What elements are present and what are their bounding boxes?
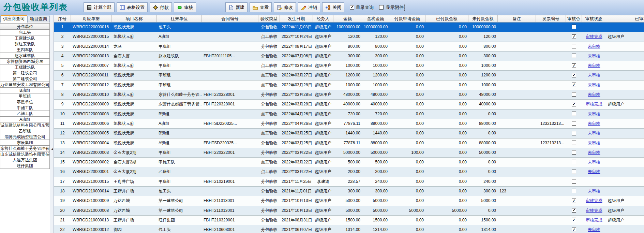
sidebar-supplier-item[interactable]: A班组 <box>0 116 50 122</box>
audit-status-link[interactable]: 审核完成 <box>586 208 602 213</box>
sidebar-supplier-item[interactable]: 第一建筑公司 <box>0 70 50 76</box>
audit-status-link[interactable]: 未审核 <box>588 227 600 232</box>
column-header-approved[interactable]: 审核否 <box>566 15 582 22</box>
approved-checkbox[interactable] <box>572 141 576 145</box>
column-header-tax_amount[interactable]: 含税金额 <box>362 15 389 22</box>
approved-checkbox[interactable] <box>572 54 576 58</box>
sidebar-supplier-item[interactable]: 包工头 <box>0 29 50 35</box>
approved-checkbox[interactable]: ✓ <box>572 63 576 68</box>
sidebar-supplier-item[interactable]: 旺仔集团 <box>0 163 50 169</box>
column-header-doc[interactable]: 对应单据 <box>71 15 112 22</box>
audit-status-link[interactable]: 未审核 <box>588 150 600 155</box>
approved-checkbox[interactable] <box>572 189 576 193</box>
table-row[interactable]: 21WBRGD210000013王府井广场旺仔集团FBHT210329001分包… <box>54 216 644 225</box>
view-button[interactable]: 查看 <box>250 2 272 12</box>
column-header-date[interactable]: 发生日期 <box>280 15 313 22</box>
approved-checkbox[interactable] <box>572 92 576 97</box>
writeoff-button[interactable]: 冲销 <box>298 2 320 12</box>
sidebar-supplier-item[interactable]: 零星单位 <box>0 99 50 105</box>
table-row[interactable]: 20WBRGD210000008万达西城第一建筑公司FBHT211013001分… <box>54 206 644 216</box>
sidebar-supplier-item[interactable]: 赵水建筑队 <box>0 53 50 59</box>
table-settings-button[interactable]: 表格设置 <box>117 2 148 12</box>
audit-status-link[interactable]: 未审核 <box>588 44 600 49</box>
sidebar-supplier-item[interactable]: 乙施工队 <box>0 111 50 117</box>
table-row[interactable]: 9WBRGD220000009凯悦状元府东营什么都能干劳务管...FBHT220… <box>54 100 644 109</box>
table-row[interactable]: 3WBRGD220000014龙马甲班组分包验收2022年08月17日超级用户8… <box>54 42 644 52</box>
modify-button[interactable]: 修改 <box>274 2 296 12</box>
audit-status-link[interactable]: 未审核 <box>588 160 600 164</box>
column-header-operator[interactable]: 经办人 <box>313 15 333 22</box>
approved-checkbox[interactable] <box>572 25 576 29</box>
table-row[interactable]: 12WBRGD220000005凯悦状元府B班组点工验收2022年03月25日超… <box>54 129 644 138</box>
table-row[interactable]: 8WBRGD220000010凯悦状元府东营什么都能干劳务管...FBHT220… <box>54 90 644 100</box>
new-button[interactable]: 新建 <box>225 2 248 12</box>
audit-status-link[interactable]: 未审核 <box>588 169 600 174</box>
approved-checkbox[interactable] <box>572 150 576 155</box>
sidebar-supplier-item[interactable]: 张红安装队 <box>0 41 50 47</box>
approved-checkbox[interactable]: ✓ <box>572 102 576 106</box>
sidebar-supplier-item[interactable]: B班组 <box>0 87 50 93</box>
sidebar-supplier-item[interactable]: 王猛建筑队 <box>0 64 50 70</box>
approved-checkbox[interactable] <box>572 44 576 48</box>
column-header-project[interactable]: 项目名称 <box>112 15 157 22</box>
audit-status-link[interactable]: 未审核 <box>588 83 600 87</box>
tab-project-query[interactable]: 项目查询 <box>27 16 50 23</box>
table-row[interactable]: 15WBRGD220000002金石大厦2期甲施工队点工验收2022年03月22… <box>54 158 644 167</box>
approved-checkbox[interactable] <box>572 131 576 135</box>
sidebar-supplier-item[interactable]: 东营什么都能干劳务管理有 <box>0 145 50 151</box>
audit-status-link[interactable]: 未审核 <box>588 54 600 58</box>
table-row[interactable]: 5WBRGD220000007凯悦状元府甲班组点工验收2022年03月26日超级… <box>54 61 644 71</box>
catalog-query-checkbox-box[interactable]: ✓ <box>350 5 354 10</box>
table-row[interactable]: 7WBRGD220000012凯悦状元府甲班组点工验收2022年03月28日超级… <box>54 81 644 90</box>
approved-checkbox[interactable]: ✓ <box>572 199 576 203</box>
tab-supplier-query[interactable]: 供应商查询 <box>0 15 27 23</box>
column-header-pay_request[interactable]: 付款申请金额 <box>389 15 425 22</box>
column-header-status[interactable]: 审核状态 <box>582 15 606 22</box>
approved-checkbox[interactable] <box>572 112 576 116</box>
catalog-query-checkbox[interactable]: ✓目录查询 <box>350 4 374 11</box>
audit-status-link[interactable]: 审核完成 <box>586 34 602 39</box>
audit-status-link[interactable]: 审核完成 <box>586 218 602 222</box>
approved-checkbox[interactable] <box>572 170 576 174</box>
audit-status-link[interactable]: 未审核 <box>588 112 600 116</box>
column-header-unit[interactable]: 往来单位 <box>157 15 202 22</box>
audit-status-link[interactable]: 未审核 <box>588 92 600 97</box>
approved-checkbox[interactable]: ✓ <box>572 208 576 213</box>
column-header-paid[interactable]: 已付款金额 <box>425 15 468 22</box>
audit-status-link[interactable]: 审核完成 <box>586 102 602 106</box>
sidebar-supplier-item[interactable]: 王康建筑队 <box>0 35 50 41</box>
sidebar-supplier-item[interactable]: 乙班组 <box>0 128 50 134</box>
sidebar-supplier-item[interactable]: 万达建筑安装工程有限公司 <box>0 82 50 88</box>
column-header-seq[interactable]: 序号 <box>54 15 71 22</box>
audit-status-link[interactable]: 审核完成 <box>586 198 602 203</box>
approved-checkbox[interactable]: ✓ <box>572 83 576 87</box>
audit-status-link[interactable]: 未审核 <box>588 189 600 193</box>
table-row[interactable]: 11WBRGD220000006凯悦状元府A班组FBHTSD220325...分… <box>54 119 644 129</box>
column-header-type[interactable]: 验收类型 <box>258 15 280 22</box>
column-header-contract[interactable]: 合同编号 <box>202 15 258 22</box>
sidebar-supplier-item[interactable]: 王四车队 <box>0 47 50 53</box>
sidebar-supplier-item[interactable]: 甲施工队 <box>0 105 50 111</box>
sidebar-supplier-item[interactable]: 山东诚信建筑装饰有限责任 <box>0 151 50 157</box>
audit-status-link[interactable]: 未审核 <box>588 73 600 77</box>
table-row[interactable]: 16WBRGD220000001金石大厦2期乙班组点工验收2022年03月22日… <box>54 167 644 177</box>
show-attachment-checkbox-box[interactable] <box>379 5 384 10</box>
sidebar-supplier-item[interactable]: 东营物资局西城分局 <box>0 58 50 64</box>
column-header-remark[interactable]: 备注 <box>498 15 536 22</box>
audit-status-link[interactable]: 未审核 <box>588 131 600 135</box>
sidebar-supplier-item[interactable]: 甲班组 <box>0 93 50 99</box>
sidebar-supplier-item[interactable]: 淄博元成物资租赁公司 <box>0 134 50 140</box>
show-attachment-checkbox[interactable]: 显示附件 <box>379 4 404 11</box>
table-row[interactable]: 2WBRGD220000015凯悦状元府A班组点工验收2022年10月24日超级… <box>54 32 644 42</box>
approved-checkbox[interactable]: ✓ <box>572 73 576 77</box>
approved-checkbox[interactable]: ✓ <box>572 228 576 232</box>
audit-status-link[interactable]: 未审核 <box>588 63 600 68</box>
table-row[interactable]: 18WBRGD210000014王府井广场包工头分包验收2021年11月01日超… <box>54 187 644 196</box>
column-header-approver[interactable]: 已审核人 <box>606 15 644 22</box>
table-row[interactable]: 17WBRGD210000015王府井广场甲班组FBHT210219001分包验… <box>54 177 644 187</box>
column-header-amount[interactable]: 金额 <box>333 15 362 22</box>
sidebar-supplier-item[interactable]: 东辰集团 <box>0 140 50 146</box>
sidebar-supplier-item[interactable]: 诚信建筑材料有限公司东营 <box>0 122 50 128</box>
table-row[interactable]: 4WBRGD220000013金石大厦赵水建筑队FBHT20111105...分… <box>54 52 644 61</box>
sidebar-supplier-item[interactable]: 大连万达集团 <box>0 157 50 163</box>
